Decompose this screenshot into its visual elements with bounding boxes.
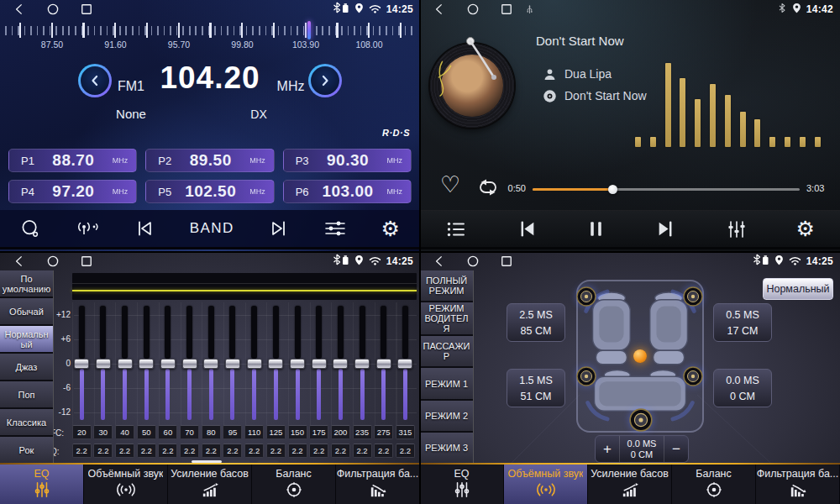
- previous-track-icon[interactable]: [516, 218, 538, 239]
- fc-value[interactable]: 275: [374, 425, 393, 439]
- delay-increase-button[interactable]: +: [596, 436, 619, 462]
- preset-p3[interactable]: P390.30MHz: [283, 149, 412, 172]
- tab-bass-boost[interactable]: Усиление басов: [168, 465, 252, 504]
- eq-band-slider[interactable]: [139, 359, 154, 369]
- eq-preset-item[interactable]: Классика: [0, 409, 53, 437]
- surround-preset-button[interactable]: Нормальный: [763, 278, 833, 300]
- eq-band-slider[interactable]: [203, 359, 218, 369]
- home-icon[interactable]: [45, 254, 60, 269]
- home-icon[interactable]: [465, 254, 480, 269]
- eq-preset-item[interactable]: По умолчанию: [0, 270, 53, 298]
- playlist-icon[interactable]: [445, 219, 467, 239]
- delay-rear-left[interactable]: 1.5 MS 51 CM: [507, 369, 565, 407]
- favorite-icon[interactable]: ♡: [440, 173, 460, 196]
- equalizer-icon[interactable]: [726, 219, 748, 239]
- delay-front-right[interactable]: 0.5 MS 17 CM: [713, 303, 772, 342]
- q-value[interactable]: 2.2: [180, 444, 199, 458]
- surround-mode-item[interactable]: ПОЛНЫЙ РЕЖИМ: [420, 270, 473, 302]
- fc-value[interactable]: 110: [244, 425, 264, 439]
- fc-value[interactable]: 60: [158, 425, 177, 439]
- surround-mode-item[interactable]: РЕЖИМ ВОДИТЕЛЯ: [420, 302, 473, 336]
- speaker-front-right-icon[interactable]: [683, 286, 703, 307]
- q-value[interactable]: 2.2: [72, 444, 92, 458]
- recents-icon[interactable]: [79, 2, 94, 17]
- surround-mode-item[interactable]: ПАССАЖИР: [420, 336, 473, 368]
- eq-band-slider[interactable]: [354, 359, 370, 369]
- tab-filter[interactable]: Фильтрация ба...: [756, 465, 840, 504]
- tab-balance[interactable]: Баланс: [672, 465, 756, 504]
- home-icon[interactable]: [45, 2, 60, 17]
- tab-surround-sound[interactable]: Объёмный звук: [504, 465, 588, 504]
- speaker-rear-right-icon[interactable]: [683, 366, 703, 386]
- repeat-icon[interactable]: [475, 178, 501, 200]
- tab-balance[interactable]: Баланс: [252, 465, 336, 504]
- fc-value[interactable]: 200: [331, 425, 350, 439]
- q-value[interactable]: 2.2: [353, 444, 372, 458]
- scan-icon[interactable]: [20, 218, 41, 239]
- eq-band-slider[interactable]: [290, 359, 305, 369]
- delay-rear-right[interactable]: 0.0 MS 0 CM: [713, 369, 772, 407]
- progress-bar[interactable]: [533, 188, 800, 191]
- fc-value[interactable]: 235: [353, 425, 372, 439]
- back-icon[interactable]: [12, 254, 27, 269]
- eq-preset-item[interactable]: Рок: [0, 437, 53, 465]
- pause-icon[interactable]: [586, 218, 606, 239]
- speaker-front-left-icon[interactable]: [576, 286, 596, 307]
- surround-mode-item[interactable]: РЕЖИМ 2: [420, 401, 473, 433]
- eq-band-slider[interactable]: [397, 359, 412, 369]
- preset-p1[interactable]: P188.70MHz: [8, 149, 137, 172]
- eq-band-slider[interactable]: [225, 359, 240, 369]
- fc-value[interactable]: 175: [309, 425, 328, 439]
- q-value[interactable]: 2.2: [374, 444, 393, 458]
- fc-value[interactable]: 20: [72, 425, 92, 439]
- q-value[interactable]: 2.2: [266, 444, 286, 458]
- eq-preset-item[interactable]: Обычай: [0, 298, 53, 326]
- recents-icon[interactable]: [499, 2, 514, 17]
- back-icon[interactable]: [432, 254, 447, 269]
- eq-band-slider[interactable]: [96, 359, 111, 369]
- seek-up-button[interactable]: [308, 64, 342, 97]
- preset-p5[interactable]: P5102.50MHz: [145, 180, 274, 203]
- audio-settings-icon[interactable]: [323, 218, 347, 239]
- tab-eq[interactable]: EQ: [0, 465, 84, 504]
- q-value[interactable]: 2.2: [93, 444, 113, 458]
- eq-band-slider[interactable]: [268, 359, 283, 369]
- tab-filter[interactable]: Фильтрация ба...: [336, 465, 420, 504]
- seek-down-button[interactable]: [78, 64, 112, 97]
- eq-band-slider[interactable]: [160, 359, 176, 369]
- fc-value[interactable]: 70: [180, 425, 199, 439]
- fc-value[interactable]: 150: [288, 425, 307, 439]
- fc-value[interactable]: 50: [137, 425, 156, 439]
- q-value[interactable]: 2.2: [223, 444, 242, 458]
- eq-band-slider[interactable]: [376, 359, 391, 369]
- recents-icon[interactable]: [79, 254, 94, 269]
- q-value[interactable]: 2.2: [331, 444, 350, 458]
- next-station-icon[interactable]: [268, 218, 290, 239]
- progress-knob[interactable]: [608, 185, 617, 194]
- back-icon[interactable]: [12, 2, 27, 17]
- eq-band-slider[interactable]: [74, 359, 89, 369]
- speaker-rear-left-icon[interactable]: [576, 366, 596, 386]
- fc-value[interactable]: 315: [396, 425, 415, 439]
- preset-p2[interactable]: P289.50MHz: [145, 149, 274, 172]
- band-button[interactable]: BAND: [190, 220, 234, 237]
- tab-bass-boost[interactable]: Усиление басов: [588, 465, 672, 504]
- tab-eq[interactable]: EQ: [420, 465, 504, 504]
- delay-decrease-button[interactable]: −: [664, 436, 688, 462]
- settings-gear-icon[interactable]: ⚙: [381, 218, 400, 239]
- q-value[interactable]: 2.2: [137, 444, 156, 458]
- album-art[interactable]: [430, 44, 514, 128]
- recents-icon[interactable]: [499, 254, 514, 269]
- preset-p6[interactable]: P6103.00MHz: [283, 180, 412, 203]
- next-track-icon[interactable]: [654, 218, 677, 239]
- fc-value[interactable]: 80: [202, 425, 221, 439]
- fc-value[interactable]: 125: [266, 425, 286, 439]
- surround-mode-item[interactable]: РЕЖИМ 3: [420, 433, 473, 465]
- q-value[interactable]: 2.2: [158, 444, 177, 458]
- eq-preset-item[interactable]: Джаз: [0, 354, 53, 381]
- fc-value[interactable]: 40: [115, 425, 134, 439]
- q-value[interactable]: 2.2: [115, 444, 134, 458]
- eq-band-slider[interactable]: [182, 359, 197, 369]
- q-value[interactable]: 2.2: [396, 444, 415, 458]
- delay-front-left[interactable]: 2.5 MS 85 CM: [507, 303, 565, 342]
